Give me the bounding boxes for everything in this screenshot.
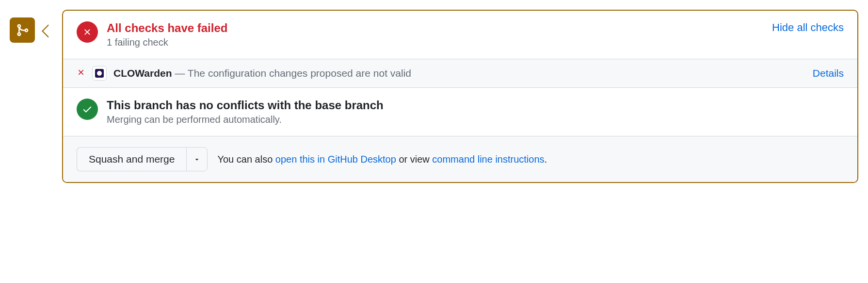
hide-checks-link[interactable]: Hide all checks: [772, 21, 844, 34]
merge-panel: All checks have failed 1 failing check H…: [62, 10, 858, 183]
check-name: CLOWarden: [113, 67, 172, 79]
squash-merge-button[interactable]: Squash and merge: [77, 147, 186, 171]
merge-actions-section: Squash and merge You can also open this …: [63, 136, 857, 182]
check-description: The configuration changes proposed are n…: [188, 67, 411, 79]
merge-status-section: This branch has no conflicts with the ba…: [63, 88, 857, 136]
merge-box-container: All checks have failed 1 failing check H…: [10, 10, 858, 183]
merge-options-dropdown[interactable]: [186, 147, 208, 171]
x-icon: [77, 67, 85, 80]
checks-summary-content: All checks have failed 1 failing check: [107, 21, 772, 48]
merge-status-subtitle: Merging can be performed automatically.: [107, 114, 844, 125]
check-app-avatar: [92, 66, 107, 81]
git-merge-icon: [16, 23, 29, 37]
success-status-icon: [77, 99, 98, 120]
check-details-link[interactable]: Details: [813, 67, 844, 79]
checks-summary-section: All checks have failed 1 failing check H…: [63, 11, 857, 59]
merge-status-title: This branch has no conflicts with the ba…: [107, 99, 844, 112]
fail-status-icon: [77, 21, 98, 43]
check-icon: [82, 104, 93, 115]
open-desktop-link[interactable]: open this in GitHub Desktop: [275, 154, 396, 165]
cli-instructions-link[interactable]: command line instructions: [432, 154, 544, 165]
merge-button-group: Squash and merge: [77, 147, 208, 171]
check-item-row: CLOWarden — The configuration changes pr…: [63, 59, 857, 88]
checks-subtitle: 1 failing check: [107, 37, 772, 48]
timeline-badge: [10, 17, 35, 43]
triangle-down-icon: [193, 156, 200, 163]
check-item-text: CLOWarden — The configuration changes pr…: [113, 67, 813, 79]
checks-title: All checks have failed: [107, 21, 772, 35]
merge-status-content: This branch has no conflicts with the ba…: [107, 99, 844, 125]
merge-help-text: You can also open this in GitHub Desktop…: [217, 154, 547, 165]
x-icon: [82, 27, 92, 37]
